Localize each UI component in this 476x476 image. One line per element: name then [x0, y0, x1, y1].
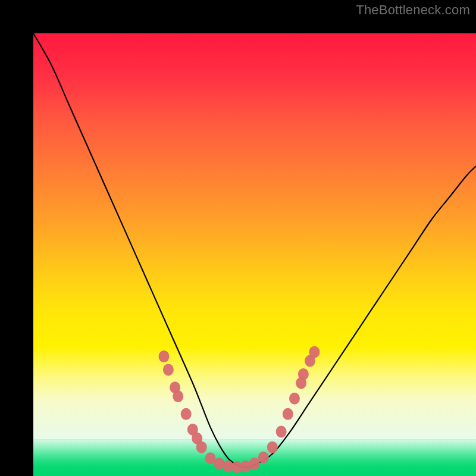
plot-area [33, 33, 476, 476]
curve-marker [276, 426, 287, 438]
curve-marker [249, 458, 260, 469]
curve-marker [258, 452, 269, 464]
curve-marker [309, 346, 320, 358]
chart-svg [33, 33, 476, 476]
curve-marker [163, 364, 174, 375]
curve-markers [158, 346, 320, 473]
curve-marker [173, 390, 183, 402]
curve-marker [267, 441, 278, 453]
curve-marker [289, 393, 300, 405]
curve-marker [181, 408, 192, 420]
watermark-text: TheBottleneck.com [356, 2, 470, 18]
curve-marker [196, 441, 207, 453]
curve-marker [158, 350, 169, 362]
bottleneck-curve [33, 33, 476, 467]
chart-frame [0, 0, 476, 476]
curve-marker [298, 368, 309, 380]
curve-marker [283, 408, 293, 420]
